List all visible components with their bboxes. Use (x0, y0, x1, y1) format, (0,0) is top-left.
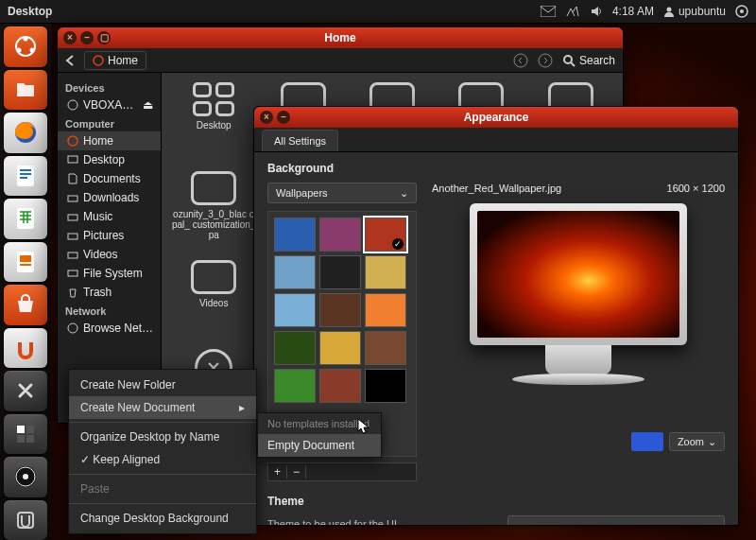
sidebar-device[interactable]: VBOXA…⏏ (58, 96, 161, 114)
extra-icon[interactable] (4, 500, 47, 541)
computer-header: Computer (58, 114, 161, 131)
calc-icon[interactable] (4, 199, 47, 239)
wallpaper-thumb[interactable] (365, 293, 406, 327)
user-menu[interactable]: upubuntu (663, 5, 726, 18)
file-item[interactable]: Videos (171, 260, 256, 345)
session-indicator[interactable] (735, 5, 748, 18)
sidebar-videos[interactable]: Videos (58, 245, 161, 264)
sidebar-home[interactable]: Home (58, 131, 161, 150)
mail-indicator[interactable] (541, 6, 556, 17)
close-button[interactable]: × (63, 31, 77, 44)
file-item[interactable]: Desktop (171, 82, 256, 167)
wallpaper-thumb[interactable] (274, 331, 316, 365)
menu-separator (69, 474, 256, 475)
minimize-button[interactable]: – (277, 111, 290, 124)
menu-organize[interactable]: Organize Desktop by Name (69, 426, 256, 448)
wallpaper-thumb[interactable] (319, 369, 361, 403)
svg-rect-15 (17, 435, 25, 443)
theme-description: Theme to be used for the UI (267, 518, 397, 525)
wallpaper-thumb[interactable] (319, 218, 361, 252)
wallpaper-thumb[interactable] (319, 293, 361, 327)
clock[interactable]: 4:18 AM (612, 5, 654, 18)
appearance-titlebar[interactable]: × – Appearance (254, 107, 738, 128)
back-button[interactable] (65, 55, 75, 66)
workspace-icon[interactable] (4, 414, 47, 455)
menu-keep-aligned[interactable]: Keep Aligned (69, 448, 256, 471)
wallpaper-thumb[interactable] (274, 293, 316, 327)
window-title: Home (324, 31, 355, 44)
wallpaper-source-combo[interactable]: Wallpapers⌄ (267, 183, 417, 203)
appearance-window: × – Appearance All Settings Background W… (253, 106, 739, 526)
wallpaper-filename: Another_Red_Wallpaper.jpg (432, 183, 561, 194)
sidebar-trash[interactable]: Trash (58, 283, 161, 302)
sidebar-filesystem[interactable]: File System (58, 264, 161, 283)
remove-wallpaper-button[interactable]: − (287, 465, 306, 479)
chevron-down-icon: ⌄ (708, 436, 716, 448)
wallpaper-thumb[interactable] (319, 255, 361, 289)
svg-point-29 (68, 100, 77, 110)
desktop-context-menu: Create New Folder Create New Document▸ O… (68, 369, 257, 534)
impress-icon[interactable] (4, 242, 47, 283)
svg-point-2 (30, 48, 35, 53)
sidebar-browse-network[interactable]: Browse Net… (58, 319, 161, 338)
nav-next-button[interactable] (538, 53, 553, 68)
media-icon[interactable] (4, 457, 47, 497)
eject-icon[interactable]: ⏏ (143, 98, 153, 112)
svg-rect-35 (68, 253, 77, 258)
top-panel: Desktop 4:18 AM upubuntu (0, 0, 756, 23)
maximize-button[interactable]: ▢ (97, 31, 111, 44)
menu-new-folder[interactable]: Create New Folder (69, 374, 256, 396)
svg-point-25 (94, 56, 103, 65)
svg-rect-33 (68, 215, 77, 220)
menu-empty-document[interactable]: Empty Document (258, 434, 381, 457)
wallpaper-thumb[interactable] (274, 369, 316, 403)
svg-rect-8 (20, 177, 27, 179)
settings-icon[interactable] (4, 371, 47, 411)
zoom-combo[interactable]: Zoom⌄ (669, 432, 725, 451)
menu-paste: Paste (69, 478, 256, 500)
sidebar-desktop[interactable]: Desktop (58, 150, 161, 169)
search-button[interactable]: Search (562, 54, 615, 67)
wallpaper-thumb[interactable] (365, 255, 406, 289)
svg-point-1 (24, 37, 28, 42)
nav-prev-button[interactable] (513, 53, 528, 68)
wallpaper-thumb[interactable] (365, 218, 406, 252)
wallpaper-preview (470, 203, 687, 385)
file-item[interactable]: ozunity_3_0_blac opal_ customization_pa (171, 171, 256, 256)
folder-icon (193, 82, 234, 116)
dash-icon[interactable] (4, 26, 47, 67)
sidebar-downloads[interactable]: Downloads (58, 188, 161, 207)
menu-new-document[interactable]: Create New Document▸ (69, 396, 256, 419)
theme-combo[interactable] (507, 515, 725, 525)
sidebar-documents[interactable]: Documents (58, 169, 161, 188)
software-center-icon[interactable] (4, 285, 47, 325)
writer-icon[interactable] (4, 156, 47, 197)
color-button[interactable] (631, 432, 663, 451)
nautilus-icon[interactable] (4, 70, 47, 111)
breadcrumb[interactable]: Home (84, 51, 146, 70)
svg-point-30 (68, 136, 77, 146)
active-app-label: Desktop (8, 5, 52, 18)
new-document-submenu: No templates installed Empty Document (257, 412, 382, 458)
menu-change-background[interactable]: Change Desktop Background (69, 507, 256, 530)
sidebar-music[interactable]: Music (58, 207, 161, 226)
svg-rect-21 (541, 6, 556, 17)
wallpaper-resolution: 1600 × 1200 (667, 183, 725, 194)
wallpaper-thumb[interactable] (319, 331, 361, 365)
close-button[interactable]: × (260, 111, 273, 124)
wallpaper-thumb[interactable] (274, 255, 316, 289)
all-settings-tab[interactable]: All Settings (262, 130, 338, 151)
ubuntu-one-icon[interactable] (4, 328, 47, 369)
add-wallpaper-button[interactable]: + (268, 465, 287, 479)
add-remove-bar: + − (267, 462, 417, 481)
wallpaper-thumb[interactable] (365, 331, 406, 365)
svg-point-27 (539, 54, 552, 67)
wallpaper-thumb[interactable] (365, 369, 406, 403)
home-titlebar[interactable]: × – ▢ Home (58, 27, 623, 48)
sound-indicator[interactable] (590, 5, 603, 18)
wallpaper-thumb[interactable] (274, 218, 316, 252)
minimize-button[interactable]: – (80, 31, 94, 44)
sidebar-pictures[interactable]: Pictures (58, 226, 161, 245)
firefox-icon[interactable] (4, 113, 47, 153)
network-indicator[interactable] (565, 5, 580, 18)
